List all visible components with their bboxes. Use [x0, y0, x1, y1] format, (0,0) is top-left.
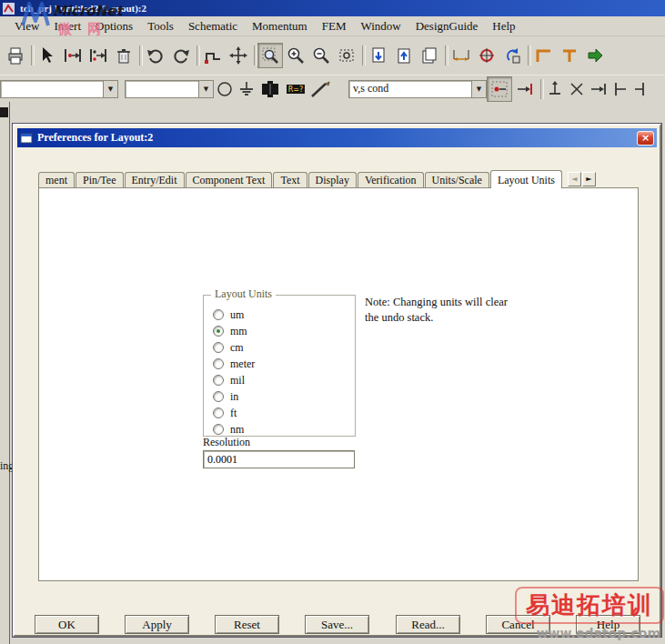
delete-button[interactable] [111, 43, 136, 68]
tab-scroll-left-button[interactable]: ◄ [568, 172, 581, 186]
toolbar-separator [194, 44, 200, 67]
toolbar-separator [359, 44, 366, 67]
via-stack-icon [258, 79, 282, 99]
select-cursor-button[interactable] [35, 43, 60, 68]
menu-options[interactable]: Options [88, 18, 140, 35]
apply-button[interactable]: Apply [125, 615, 189, 634]
tee-path-button[interactable] [557, 43, 582, 68]
export-page-button[interactable] [366, 43, 391, 68]
tab-layout-units[interactable]: Layout Units [490, 170, 562, 188]
radio-meter[interactable] [213, 358, 224, 369]
dimension-icon [451, 45, 471, 65]
ok-button[interactable]: OK [35, 615, 99, 634]
ellipse-tool-button[interactable] [214, 78, 236, 100]
tab-strip: ment Pin/Tee Entry/Edit Component Text T… [38, 170, 596, 187]
layer-combobox[interactable]: ▼ [0, 80, 118, 98]
reset-button[interactable]: Reset [215, 615, 279, 634]
radio-ft[interactable] [213, 408, 224, 418]
import-page-button[interactable] [391, 43, 417, 68]
dialog-titlebar[interactable]: Preferences for Layout:2 × [17, 128, 657, 147]
resolution-input[interactable] [203, 450, 355, 468]
tab-component-text[interactable]: Component Text [186, 172, 273, 187]
tab-text[interactable]: Text [273, 172, 307, 187]
radio-mm[interactable] [213, 326, 224, 337]
menu-insert[interactable]: Insert [46, 18, 88, 35]
move-button[interactable] [226, 43, 251, 68]
radio-nm[interactable] [213, 424, 224, 435]
menu-designguide[interactable]: DesignGuide [408, 18, 486, 35]
zoom-window-button[interactable] [257, 43, 283, 68]
help-button[interactable]: Help [576, 615, 640, 634]
menu-help[interactable]: Help [485, 18, 522, 35]
resistor-query-button[interactable]: R=? [283, 76, 308, 102]
dropdown-arrow-icon[interactable]: ▼ [103, 81, 117, 97]
dimension-button[interactable] [448, 43, 474, 68]
port-cross-button[interactable] [566, 78, 588, 100]
port-right-button[interactable] [588, 78, 610, 100]
menu-window[interactable]: Window [353, 18, 408, 35]
menu-tools[interactable]: Tools [140, 18, 181, 35]
zoom-in-button[interactable] [283, 43, 308, 68]
unit-option-mil[interactable]: mil [213, 372, 355, 388]
via-stack-button[interactable] [257, 76, 283, 102]
unit-option-meter[interactable]: meter [213, 356, 355, 372]
tab-placement[interactable]: ment [38, 172, 75, 187]
port-end-button[interactable] [631, 78, 653, 100]
cond-layer-combobox[interactable]: v,s cond▼ [348, 80, 487, 98]
forward-button[interactable] [582, 43, 608, 68]
toolbar-separator [251, 44, 257, 67]
insert-pin-single-button[interactable] [60, 43, 86, 68]
print-button[interactable] [3, 43, 28, 68]
trash-icon [114, 45, 134, 65]
sheets-button[interactable] [417, 43, 442, 68]
tab-verification[interactable]: Verification [358, 172, 424, 187]
unit-option-ft[interactable]: ft [213, 405, 355, 421]
radio-um[interactable] [213, 309, 224, 320]
menu-schematic[interactable]: Schematic [181, 18, 245, 35]
unit-option-in[interactable]: in [213, 388, 355, 405]
cancel-button[interactable]: Cancel [486, 615, 550, 634]
ground-tool-button[interactable] [236, 78, 257, 100]
tab-units-scale[interactable]: Units/Scale [425, 172, 489, 187]
tab-entry-edit[interactable]: Entry/Edit [125, 172, 185, 187]
redo-button[interactable] [168, 43, 194, 68]
radio-label-in: in [230, 390, 238, 404]
toolbar-main [0, 36, 665, 75]
radio-label-cm: cm [230, 341, 244, 355]
radio-cm[interactable] [213, 342, 224, 353]
wire-pin-button[interactable] [512, 76, 538, 102]
corner-path-button[interactable] [531, 43, 557, 68]
tab-display[interactable]: Display [308, 172, 357, 187]
toolbar-separator [28, 44, 35, 67]
port-up-button[interactable] [544, 78, 566, 100]
tab-panel-layout-units: Layout Units um mm cm meter mil in ft nm… [38, 187, 639, 581]
close-button[interactable]: × [637, 131, 654, 146]
menu-fem[interactable]: FEM [315, 18, 354, 35]
zoom-out-button[interactable] [308, 43, 334, 68]
resolution-label: Resolution [203, 436, 250, 449]
dropdown-arrow-icon[interactable]: ▼ [198, 81, 213, 97]
unit-option-mm[interactable]: mm [213, 323, 355, 339]
cell-combobox[interactable]: ▼ [125, 80, 214, 98]
menu-view[interactable]: View [7, 18, 46, 35]
pen-tool-button[interactable] [308, 76, 334, 102]
rotate-button[interactable] [499, 43, 525, 68]
save-button[interactable]: Save... [305, 615, 369, 634]
pin-snap-button[interactable] [474, 43, 499, 68]
zoom-full-button[interactable] [334, 43, 359, 68]
insert-pin-multiple-button[interactable] [86, 43, 111, 68]
trace-route-button[interactable] [200, 43, 226, 68]
radio-mil[interactable] [213, 375, 224, 386]
unit-option-um[interactable]: um [213, 307, 355, 323]
unit-option-cm[interactable]: cm [213, 339, 355, 356]
menu-momentum[interactable]: Momentum [245, 18, 315, 35]
insert-pin-button[interactable] [487, 76, 512, 102]
radio-in[interactable] [213, 391, 224, 402]
tab-pin-tee[interactable]: Pin/Tee [76, 172, 124, 187]
read-button[interactable]: Read... [396, 615, 460, 634]
dropdown-arrow-icon[interactable]: ▼ [471, 81, 486, 97]
undo-button[interactable] [143, 43, 168, 68]
tab-scroll-right-button[interactable]: ► [582, 172, 596, 186]
port-tee-button[interactable] [610, 78, 631, 100]
dialog-title: Preferences for Layout:2 [37, 131, 637, 145]
